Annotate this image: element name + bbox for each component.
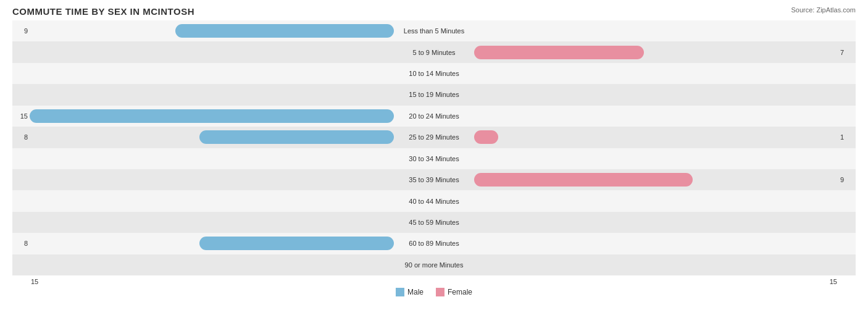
right-value: 9 [838, 176, 856, 183]
male-bar-area [30, 254, 434, 275]
male-bar-area [30, 148, 434, 169]
male-bar-area [30, 63, 434, 84]
male-bar-area [30, 212, 434, 233]
female-bar-area [434, 233, 838, 254]
axis-left-label: 15 [31, 278, 38, 285]
female-color-box [436, 288, 444, 296]
chart-row: 1520 to 24 Minutes [12, 106, 856, 127]
male-bar [175, 24, 394, 38]
left-value: 15 [12, 112, 30, 120]
female-bar-area [434, 20, 838, 41]
legend-female-label: Female [448, 288, 472, 296]
male-bar-area [30, 20, 434, 41]
left-value: 8 [12, 240, 30, 247]
chart-row: 5 to 9 Minutes7 [12, 41, 856, 62]
female-bar-area [434, 148, 838, 169]
male-bar-area [30, 84, 434, 105]
source-label: Source: ZipAtlas.com [791, 6, 856, 14]
female-bar-area [434, 190, 838, 211]
male-bar-area [30, 106, 434, 127]
male-color-box [396, 288, 404, 296]
chart-row: 10 to 14 Minutes [12, 63, 856, 84]
axis-right-label: 15 [830, 278, 837, 285]
female-bar-area [434, 84, 838, 105]
chart-row: 825 to 29 Minutes1 [12, 127, 856, 148]
left-value: 8 [12, 133, 30, 141]
left-value: 9 [12, 27, 30, 35]
male-bar-area [30, 127, 434, 148]
female-bar-area [434, 212, 838, 233]
female-bar-area [434, 106, 838, 127]
legend-female: Female [436, 288, 472, 296]
chart-row: 15 to 19 Minutes [12, 84, 856, 105]
female-bar-area [434, 63, 838, 84]
chart-title: COMMUTE TIME BY SEX IN MCINTOSH [12, 6, 856, 17]
legend-male: Male [396, 288, 424, 296]
male-bar [199, 237, 394, 250]
chart-container: COMMUTE TIME BY SEX IN MCINTOSH Source: … [0, 0, 868, 323]
female-bar [474, 46, 644, 59]
chart-row: 9Less than 5 Minutes [12, 20, 856, 41]
female-bar-area [434, 169, 838, 190]
male-bar-area [30, 190, 434, 211]
chart-row: 45 to 59 Minutes [12, 212, 856, 233]
chart-row: 35 to 39 Minutes9 [12, 169, 856, 190]
male-bar-area [30, 41, 434, 62]
legend-male-label: Male [407, 288, 424, 296]
chart-row: 30 to 34 Minutes [12, 148, 856, 169]
chart-row: 40 to 44 Minutes [12, 190, 856, 211]
male-bar [199, 130, 394, 144]
right-value: 7 [838, 49, 856, 56]
female-bar [474, 173, 693, 187]
male-bar-area [30, 233, 434, 254]
chart-row: 90 or more Minutes [12, 254, 856, 275]
female-bar [474, 130, 498, 144]
female-bar-area [434, 41, 838, 62]
axis-bottom: 15 15 [12, 275, 856, 285]
right-value: 1 [838, 133, 856, 141]
male-bar [30, 109, 394, 123]
male-bar-area [30, 169, 434, 190]
female-bar-area [434, 254, 838, 275]
legend: Male Female [12, 288, 856, 296]
chart-row: 860 to 89 Minutes [12, 233, 856, 254]
female-bar-area [434, 127, 838, 148]
chart-area: 9Less than 5 Minutes5 to 9 Minutes710 to… [12, 20, 856, 275]
